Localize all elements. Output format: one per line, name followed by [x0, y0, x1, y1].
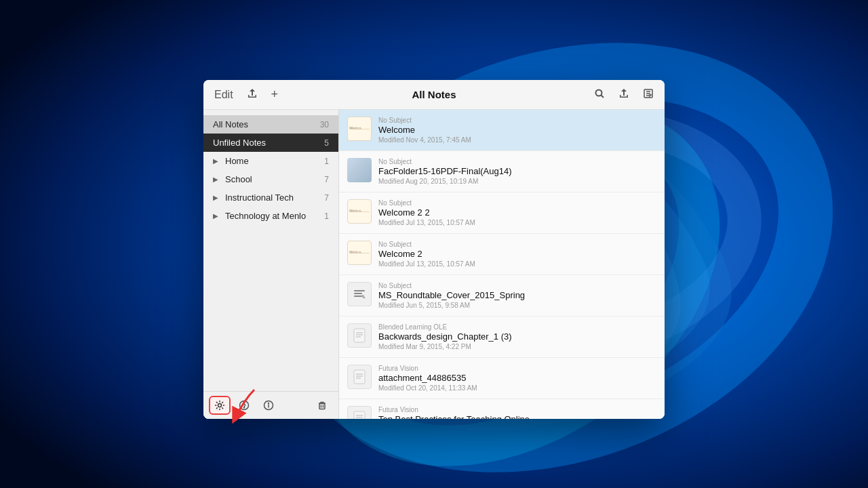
note-thumbnail — [347, 282, 372, 306]
note-title: Welcome 2 — [378, 249, 656, 259]
notes-app-window: Edit + All Notes — [203, 80, 665, 419]
sidebar-item-technology-at-menlo[interactable]: ▶ Technology at Menlo 1 — [203, 207, 338, 225]
note-title: FacFolder15-16PDF-Final(Aug14) — [378, 166, 656, 176]
note-thumbnail: Welco... — [347, 199, 372, 224]
chevron-right-icon: ▶ — [213, 176, 221, 183]
note-subject: Futura Vision — [378, 406, 656, 413]
help-button[interactable] — [235, 397, 254, 413]
note-date: Modified Nov 4, 2015, 7:45 AM — [378, 136, 656, 144]
note-item[interactable]: Futura Vision attachment_44886535 Modifi… — [339, 358, 665, 399]
note-item[interactable]: No Subject FacFolder15-16PDF-Final(Aug14… — [339, 151, 665, 192]
note-item[interactable]: No Subject MS_Roundtable_Cover_2015_Spri… — [339, 275, 665, 317]
sidebar-all-notes-count: 30 — [320, 120, 329, 129]
note-title: Backwards_design_Chapter_1 (3) — [378, 331, 656, 342]
note-title: MS_Roundtable_Cover_2015_Spring — [378, 290, 656, 300]
svg-point-12 — [244, 407, 245, 408]
sidebar-instructional-tech-count: 7 — [324, 193, 329, 203]
svg-rect-28 — [354, 370, 365, 384]
svg-point-23 — [363, 297, 366, 299]
sidebar-all-notes-label: All Notes — [213, 119, 320, 129]
note-item[interactable]: Welco... No Subject Welcome Modified Nov… — [339, 110, 665, 151]
svg-rect-20 — [354, 293, 362, 294]
chevron-right-icon: ▶ — [213, 212, 221, 220]
note-subject: No Subject — [378, 282, 656, 289]
note-date: Modified Jul 13, 2015, 10:57 AM — [378, 219, 656, 226]
note-info: No Subject Welcome Modified Nov 4, 2015,… — [378, 117, 656, 144]
sidebar-item-unfiled-notes[interactable]: Unfiled Notes 5 — [203, 134, 338, 152]
share-button[interactable] — [244, 85, 260, 104]
info-button[interactable] — [259, 397, 278, 413]
note-info: Futura Vision attachment_44886535 Modifi… — [378, 365, 656, 392]
sidebar-item-all-notes[interactable]: All Notes 30 — [203, 115, 338, 134]
svg-point-15 — [269, 403, 269, 404]
svg-point-10 — [218, 404, 222, 407]
svg-rect-19 — [354, 290, 365, 291]
svg-line-5 — [601, 95, 604, 98]
note-date: Modified Jul 13, 2015, 10:57 AM — [378, 260, 656, 268]
sidebar-home-count: 1 — [324, 157, 329, 166]
sidebar-item-home[interactable]: ▶ Home 1 — [203, 152, 338, 170]
title-bar: Edit + All Notes — [203, 80, 665, 110]
sidebar-school-label: School — [225, 174, 324, 184]
note-info: No Subject Welcome 2 2 Modified Jul 13, … — [378, 199, 656, 226]
main-content: All Notes 30 Unfiled Notes 5 ▶ Home 1 ▶ — [203, 110, 665, 419]
note-item[interactable]: Welco... No Subject Welcome 2 2 Modified… — [339, 192, 665, 234]
sidebar-item-school[interactable]: ▶ School 7 — [203, 170, 338, 188]
note-title: Welcome — [378, 125, 656, 135]
note-thumbnail — [347, 323, 372, 348]
sidebar-home-label: Home — [225, 156, 324, 166]
note-item[interactable]: Blended Learning OLE Backwards_design_Ch… — [339, 317, 665, 358]
sidebar-instructional-tech-label: Instructional Tech — [225, 192, 324, 203]
notes-list: Welco... No Subject Welcome Modified Nov… — [339, 110, 665, 419]
sidebar-item-instructional-tech[interactable]: ▶ Instructional Tech 7 — [203, 188, 338, 207]
svg-rect-24 — [354, 329, 365, 342]
note-title: attachment_44886535 — [378, 373, 656, 383]
note-subject: Blended Learning OLE — [378, 323, 656, 331]
note-title: Welcome 2 2 — [378, 207, 656, 218]
note-thumbnail — [347, 158, 372, 182]
note-item[interactable]: Welco... No Subject Welcome 2 Modified J… — [339, 234, 665, 275]
svg-rect-16 — [319, 404, 325, 409]
title-bar-left: Edit + — [212, 85, 347, 104]
note-info: Futura Vision Ten Best Practices for Tea… — [378, 406, 656, 419]
note-info: No Subject MS_Roundtable_Cover_2015_Spri… — [378, 282, 656, 309]
note-subject: No Subject — [378, 158, 656, 165]
note-date: Modified Mar 9, 2015, 4:22 PM — [378, 343, 656, 350]
note-thumbnail — [347, 406, 372, 419]
note-info: Blended Learning OLE Backwards_design_Ch… — [378, 323, 656, 350]
sidebar-bottom — [203, 391, 338, 419]
add-note-button[interactable]: + — [269, 85, 281, 104]
chevron-right-icon: ▶ — [213, 157, 221, 165]
note-subject: No Subject — [378, 241, 656, 248]
note-info: No Subject FacFolder15-16PDF-Final(Aug14… — [378, 158, 656, 185]
compose-button[interactable] — [640, 85, 656, 104]
note-date: Modified Oct 20, 2014, 11:33 AM — [378, 384, 656, 392]
sidebar-top: All Notes 30 Unfiled Notes 5 ▶ Home 1 ▶ — [203, 110, 338, 391]
note-item[interactable]: Futura Vision Ten Best Practices for Tea… — [339, 399, 665, 419]
note-subject: No Subject — [378, 199, 656, 207]
search-button[interactable] — [591, 85, 608, 104]
edit-button[interactable]: Edit — [212, 86, 236, 104]
note-info: No Subject Welcome 2 Modified Jul 13, 20… — [378, 241, 656, 268]
svg-point-4 — [596, 89, 602, 96]
note-subject: Futura Vision — [378, 365, 656, 372]
trash-button[interactable] — [313, 397, 332, 413]
sidebar-technology-at-menlo-label: Technology at Menlo — [225, 211, 324, 221]
sidebar-unfiled-notes-count: 5 — [324, 138, 329, 148]
note-thumbnail: Welco... — [347, 117, 372, 141]
note-date: Modified Aug 20, 2015, 10:19 AM — [378, 178, 656, 185]
title-bar-right — [521, 85, 656, 104]
window-title: All Notes — [347, 89, 521, 100]
sidebar: All Notes 30 Unfiled Notes 5 ▶ Home 1 ▶ — [203, 110, 339, 419]
sidebar-school-count: 7 — [324, 175, 329, 184]
sidebar-unfiled-notes-label: Unfiled Notes — [213, 138, 324, 148]
note-subject: No Subject — [378, 117, 656, 124]
export-button[interactable] — [616, 85, 632, 104]
note-thumbnail — [347, 365, 372, 389]
sidebar-technology-at-menlo-count: 1 — [324, 211, 329, 221]
note-thumbnail: Welco... — [347, 241, 372, 265]
note-date: Modified Jun 5, 2015, 9:58 AM — [378, 302, 656, 309]
settings-button[interactable] — [210, 397, 229, 413]
note-title: Ten Best Practices for Teaching Online — [378, 414, 656, 419]
chevron-right-icon: ▶ — [213, 194, 221, 201]
